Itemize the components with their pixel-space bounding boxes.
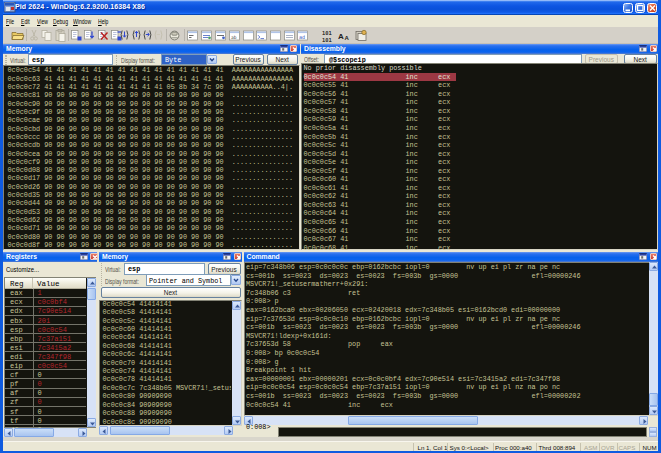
svg-text:101: 101 (322, 30, 332, 36)
svg-text:A: A (345, 35, 350, 41)
svg-text:101: 101 (322, 37, 332, 43)
svg-text:A: A (338, 32, 344, 41)
svg-text:ad: ad (299, 34, 305, 40)
svg-text:ab: ab (231, 35, 237, 40)
